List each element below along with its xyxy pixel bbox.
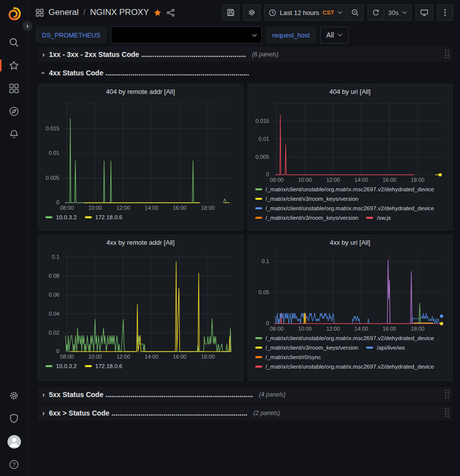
sidebar-item-profile[interactable] (0, 430, 28, 453)
time-range-label: Last 12 hours (280, 9, 319, 16)
svg-text:?: ? (12, 462, 15, 468)
sidebar-item-help[interactable]: ? (0, 453, 28, 476)
legend-item[interactable]: /_matrix/client/r0/sync (255, 354, 321, 360)
row-title: 5xx Status Code ........................… (49, 391, 253, 399)
sidebar-expand-button[interactable]: › (22, 20, 33, 31)
legend-swatch (255, 337, 262, 339)
sidebar-item-server-admin[interactable] (0, 407, 28, 430)
legend-item[interactable]: 10.0.3.2 (45, 214, 77, 220)
legend-label: /_matrix/client/r0/sync (266, 354, 321, 360)
legend-item[interactable]: /sw.js (366, 215, 391, 221)
share-icon[interactable] (166, 8, 175, 17)
grafana-logo[interactable] (0, 4, 28, 24)
legend-swatch (255, 356, 262, 358)
legend-item[interactable]: /api/live/ws (366, 345, 405, 351)
legend-swatch (85, 216, 92, 218)
svg-text:0: 0 (266, 320, 269, 326)
avatar (7, 435, 21, 449)
svg-text:0.05: 0.05 (258, 289, 269, 295)
row-panel-count: (2 panels) (253, 410, 280, 417)
sidebar-item-starred[interactable] (0, 54, 28, 77)
svg-text:14:00: 14:00 (354, 326, 368, 332)
person-icon (7, 435, 21, 449)
svg-text:0: 0 (56, 348, 59, 354)
apps-grid-icon (8, 83, 19, 94)
legend-swatch (255, 217, 262, 219)
breadcrumb-separator: / (83, 7, 85, 17)
row-header-row-1xx[interactable]: ›1xx - 3xx - 2xx Status Code ...........… (38, 47, 453, 62)
row-chevron-icon: › (39, 69, 47, 76)
panel-legend: /_matrix/client/unstable/org.matrix.msc2… (252, 184, 449, 228)
kebab-menu-button[interactable] (437, 4, 453, 20)
legend-item[interactable]: /_matrix/client/unstable/org.matrix.msc2… (255, 186, 435, 192)
legend-label: /sw.js (377, 215, 391, 221)
breadcrumb-section[interactable]: General (48, 7, 78, 17)
legend-item[interactable]: /_matrix/client/unstable/org.matrix.msc2… (255, 205, 435, 211)
chevron-down-icon (338, 11, 343, 14)
legend-item[interactable]: /_matrix/client/v3/room_keys/version (255, 196, 359, 202)
panel-title[interactable]: 4xx by uri [All] (252, 235, 449, 249)
datasource-select[interactable] (111, 26, 262, 43)
refresh-button[interactable] (368, 4, 384, 20)
row-header-row-5xx[interactable]: ›5xx Status Code .......................… (38, 387, 453, 402)
zoom-out-button[interactable] (347, 4, 364, 20)
row-drag-handle[interactable] (445, 48, 450, 60)
legend-item[interactable]: 10.0.3.2 (45, 363, 77, 369)
breadcrumb: General / NGINX PROXY (35, 7, 175, 17)
request-host-select[interactable]: All (320, 26, 349, 43)
row-header-row-4xx[interactable]: ›4xx Status Code .......................… (38, 65, 453, 80)
panel-title[interactable]: 4xx by remote addr [All] (42, 235, 239, 249)
dashboard-settings-button[interactable] (243, 4, 260, 20)
svg-text:16:00: 16:00 (382, 326, 396, 332)
chart-canvas[interactable]: 00.0050.010.01508:0010:0012:0014:0016:00… (252, 98, 449, 184)
legend-label: /_matrix/client/v3/room_keys/version (266, 215, 359, 221)
legend-item[interactable]: /_matrix/client/unstable/org.matrix.msc2… (255, 335, 435, 341)
variable-label-request-host[interactable]: request_host (266, 27, 316, 43)
legend-label: 172.18.0.6 (95, 363, 122, 369)
legend-label: /api/live/ws (377, 345, 405, 351)
panel-title[interactable]: 404 by uri [All] (252, 84, 449, 98)
svg-text:18:00: 18:00 (411, 326, 424, 332)
svg-text:0.1: 0.1 (52, 254, 59, 260)
sidebar-item-alerting[interactable] (0, 123, 28, 146)
legend-swatch (255, 188, 262, 190)
tv-mode-button[interactable] (416, 4, 433, 20)
svg-text:16:00: 16:00 (382, 177, 396, 183)
svg-text:16:00: 16:00 (173, 205, 186, 211)
save-dashboard-button[interactable] (222, 4, 239, 20)
panel-0: 404 by remote addr [All]00.0050.010.0150… (38, 84, 243, 230)
favorite-star-icon[interactable] (153, 8, 162, 17)
svg-text:0.01: 0.01 (258, 136, 269, 142)
refresh-group: 30s (368, 4, 412, 20)
legend-item[interactable]: /_matrix/client/v3/room_keys/version (255, 215, 359, 221)
row-title: 4xx Status Code ........................… (49, 69, 249, 77)
chart-canvas[interactable]: 00.0050.010.01508:0010:0012:0014:0016:00… (42, 98, 239, 212)
legend-item[interactable]: /_matrix/client/v3/room_keys/version (255, 345, 359, 351)
row-drag-handle[interactable] (445, 389, 450, 401)
sidebar-item-search[interactable] (0, 31, 28, 54)
refresh-interval-dropdown[interactable]: 30s (384, 4, 412, 20)
time-range-button[interactable]: Last 12 hours CST (264, 4, 347, 20)
legend-item[interactable]: 172.18.0.6 (85, 214, 122, 220)
sidebar-item-configuration[interactable] (0, 384, 28, 407)
row-drag-handle[interactable] (445, 407, 450, 419)
panel-title[interactable]: 404 by remote addr [All] (42, 84, 239, 98)
svg-text:16:00: 16:00 (173, 354, 186, 360)
sidebar-item-dashboards[interactable] (0, 77, 28, 100)
variable-label-datasource[interactable]: DS_PROMETHEUS (35, 27, 107, 43)
legend-item[interactable]: 172.18.0.6 (85, 363, 122, 369)
legend-swatch (45, 216, 52, 218)
legend-swatch (366, 347, 373, 349)
help-icon: ? (8, 459, 19, 470)
legend-label: 172.18.0.6 (95, 214, 122, 220)
dashboards-grid-icon[interactable] (35, 8, 44, 17)
chart-canvas[interactable]: 00.020.040.060.080.108:0010:0012:0014:00… (42, 249, 239, 361)
page-title[interactable]: NGINX PROXY (90, 7, 149, 17)
chart-canvas[interactable]: 00.050.108:0010:0012:0014:0016:0018:00 (252, 249, 449, 333)
sidebar-item-explore[interactable] (0, 100, 28, 123)
row-header-row-6xx[interactable]: ›6xx > Status Code .....................… (38, 406, 453, 421)
chevron-down-icon (252, 33, 257, 37)
legend-item[interactable]: /_matrix/client/unstable/org.matrix.msc2… (255, 364, 435, 370)
star-icon (8, 60, 19, 71)
shield-icon (8, 413, 19, 424)
